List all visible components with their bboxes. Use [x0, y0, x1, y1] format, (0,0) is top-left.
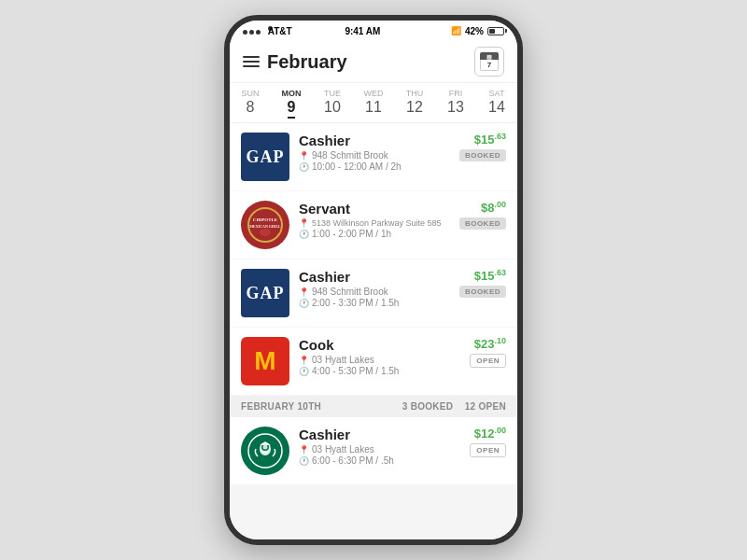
svg-text:CHIPOTLE: CHIPOTLE — [253, 217, 278, 222]
day-tue[interactable]: TUE 10 — [316, 89, 349, 119]
svg-text:MEXICAN GRILL: MEXICAN GRILL — [249, 224, 281, 229]
svg-point-10 — [263, 445, 268, 450]
location-icon: 📍 — [299, 151, 309, 161]
job-title: Cashier — [299, 427, 460, 442]
job-card-gap-1[interactable]: GAP Cashier 📍 948 Schmitt Brook 🕐 10:00 … — [230, 123, 517, 190]
clock-icon: 🕐 — [299, 299, 309, 308]
starbucks-logo-1 — [241, 427, 289, 475]
location-icon: 📍 — [299, 356, 309, 365]
job-time: 🕐 4:00 - 5:30 PM / 1.5h — [299, 366, 460, 376]
job-card-mcdonalds-1[interactable]: M Cook 📍 03 Hyatt Lakes 🕐 4:00 - 5:30 PM… — [230, 328, 517, 395]
job-price: $8.00 — [481, 201, 506, 214]
job-address: 📍 03 Hyatt Lakes — [299, 444, 460, 455]
job-info-chipotle-1: Servant 📍 5138 Wilkinson Parkway Suite 5… — [299, 201, 450, 240]
menu-button[interactable] — [243, 56, 260, 67]
header-left: February — [243, 51, 347, 73]
job-title: Cook — [299, 337, 460, 353]
clock-icon: 🕐 — [299, 367, 309, 376]
job-price: $15.63 — [474, 269, 506, 282]
job-card-starbucks-1[interactable]: Cashier 📍 03 Hyatt Lakes 🕐 6:00 - 6:30 P… — [230, 417, 517, 484]
location-icon: 📍 — [299, 218, 309, 228]
job-right-chipotle-1: $8.00 BOOKED — [459, 201, 506, 230]
job-card-chipotle-1[interactable]: CHIPOTLE MEXICAN GRILL Servant 📍 5138 Wi… — [230, 191, 517, 259]
job-right-gap-1: $15.63 BOOKED — [459, 133, 506, 161]
job-right-starbucks-1: $12.00 OPEN — [470, 427, 506, 457]
job-address: 📍 03 Hyatt Lakes — [299, 355, 460, 365]
battery-percent: 42% — [465, 26, 484, 36]
phone-frame: AT&T 9:41 AM 📶 42% February ▤ 7 SUN 8 — [224, 15, 523, 545]
header: February ▤ 7 — [230, 41, 517, 83]
mcdonalds-logo-1: M — [241, 337, 289, 385]
status-badge: OPEN — [470, 443, 506, 457]
job-right-mcdonalds-1: $23.10 OPEN — [470, 337, 506, 368]
cal-top-icon: ▤ — [486, 53, 492, 60]
job-time: 🕐 6:00 - 6:30 PM / .5h — [299, 455, 460, 466]
location-icon: 📍 — [299, 445, 309, 455]
time-display: 9:41 AM — [345, 26, 380, 36]
divider-stats: 3 BOOKED 12 OPEN — [402, 401, 506, 412]
status-badge: OPEN — [470, 354, 506, 368]
battery-icon — [487, 27, 504, 35]
carrier-text: AT&T — [268, 26, 273, 31]
job-address: 📍 948 Schmitt Brook — [299, 150, 450, 161]
day-wed[interactable]: WED 11 — [357, 89, 390, 119]
cal-day: 7 — [480, 60, 499, 71]
clock-icon: 🕐 — [299, 230, 309, 239]
job-info-gap-1: Cashier 📍 948 Schmitt Brook 🕐 10:00 - 12… — [299, 133, 450, 173]
page-title: February — [267, 51, 347, 73]
job-info-starbucks-1: Cashier 📍 03 Hyatt Lakes 🕐 6:00 - 6:30 P… — [299, 427, 460, 467]
job-time: 🕐 2:00 - 3:30 PM / 1.5h — [299, 298, 450, 308]
day-fri[interactable]: FRI 13 — [439, 89, 472, 119]
battery-area: 📶 42% — [451, 26, 504, 36]
chipotle-logo-1: CHIPOTLE MEXICAN GRILL — [241, 201, 289, 249]
job-time: 🕐 1:00 - 2:00 PM / 1h — [299, 229, 450, 239]
job-title: Cashier — [299, 269, 450, 285]
job-right-gap-2: $15.63 BOOKED — [459, 269, 506, 298]
gap-logo-1: GAP — [241, 133, 289, 181]
job-info-mcdonalds-1: Cook 📍 03 Hyatt Lakes 🕐 4:00 - 5:30 PM /… — [299, 337, 460, 377]
status-badge: BOOKED — [459, 217, 506, 230]
job-address: 📍 5138 Wilkinson Parkway Suite 585 — [299, 218, 450, 228]
booked-count: 3 BOOKED — [402, 401, 454, 412]
status-bar: AT&T 9:41 AM 📶 42% — [230, 21, 517, 41]
job-price: $15.63 — [474, 133, 506, 146]
job-title: Servant — [299, 201, 450, 217]
status-badge: BOOKED — [459, 286, 506, 298]
bluetooth-icon: 📶 — [451, 26, 461, 35]
day-sun[interactable]: SUN 8 — [233, 89, 267, 119]
calendar-button[interactable]: ▤ 7 — [474, 47, 504, 77]
signal-dots: AT&T — [243, 26, 275, 36]
job-address: 📍 948 Schmitt Brook — [299, 287, 450, 297]
location-icon: 📍 — [299, 287, 309, 297]
day-mon[interactable]: MON 9 — [275, 89, 308, 119]
job-title: Cashier — [299, 133, 450, 148]
job-price: $23.10 — [474, 337, 506, 350]
gap-logo-2: GAP — [241, 269, 289, 317]
status-badge: BOOKED — [459, 149, 506, 161]
job-price: $12.00 — [474, 427, 506, 440]
clock-icon: 🕐 — [299, 456, 309, 466]
day-thu[interactable]: THU 12 — [398, 89, 431, 119]
divider-date: FEBRUARY 10TH — [241, 401, 321, 412]
job-info-gap-2: Cashier 📍 948 Schmitt Brook 🕐 2:00 - 3:3… — [299, 269, 450, 309]
open-count: 12 OPEN — [465, 401, 506, 412]
svg-point-4 — [260, 229, 271, 236]
jobs-list: GAP Cashier 📍 948 Schmitt Brook 🕐 10:00 … — [230, 123, 517, 539]
job-time: 🕐 10:00 - 12:00 AM / 2h — [299, 161, 450, 172]
day-selector: SUN 8 MON 9 TUE 10 WED 11 THU 12 FRI 13 … — [230, 83, 517, 123]
clock-icon: 🕐 — [299, 162, 309, 172]
job-card-gap-2[interactable]: GAP Cashier 📍 948 Schmitt Brook 🕐 2:00 -… — [230, 259, 517, 327]
date-divider: FEBRUARY 10TH 3 BOOKED 12 OPEN — [230, 396, 517, 417]
day-sat[interactable]: SAT 14 — [480, 89, 514, 119]
